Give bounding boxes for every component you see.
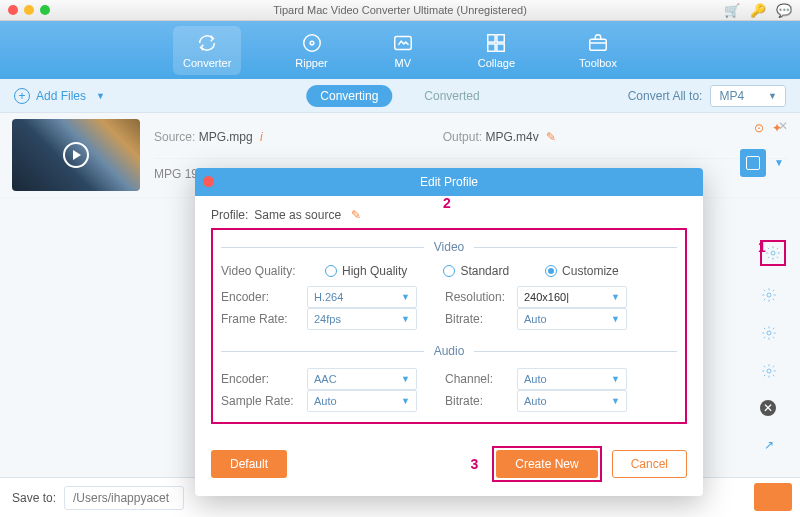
tab-converted[interactable]: Converted xyxy=(410,85,493,107)
callout-3-frame: Create New xyxy=(492,446,601,482)
nav-collage[interactable]: Collage xyxy=(468,26,525,75)
nav-toolbox[interactable]: Toolbox xyxy=(569,26,627,75)
channel-dropdown[interactable]: Auto▼ xyxy=(517,368,627,390)
feedback-icon[interactable]: 💬 xyxy=(776,3,792,18)
key-icon[interactable]: 🔑 xyxy=(750,3,766,18)
edit-icon[interactable]: ✎ xyxy=(351,208,361,222)
side-toolbar: ✕ ↗ xyxy=(760,240,786,454)
chevron-down-icon: ▼ xyxy=(401,374,410,384)
chevron-down-icon[interactable]: ▼ xyxy=(774,157,784,168)
chevron-down-icon: ▼ xyxy=(611,396,620,406)
convert-all-select: Convert All to: MP4 ▼ xyxy=(628,85,786,107)
chevron-down-icon: ▼ xyxy=(401,292,410,302)
remove-item-icon[interactable]: ✕ xyxy=(778,119,788,133)
nav-ripper[interactable]: Ripper xyxy=(285,26,337,75)
bitrate-label: Bitrate: xyxy=(445,312,517,326)
nav-label: Converter xyxy=(183,57,231,69)
add-files-button[interactable]: + Add Files ▼ xyxy=(14,88,105,104)
encoder-label: Encoder: xyxy=(221,290,307,304)
modal-footer: Default 3 Create New Cancel xyxy=(195,436,703,496)
svg-rect-7 xyxy=(590,39,607,50)
svg-rect-6 xyxy=(497,43,504,50)
save-to-label: Save to: xyxy=(12,491,56,505)
status-tabs: Converting Converted xyxy=(306,85,493,107)
tab-converting[interactable]: Converting xyxy=(306,85,392,107)
source-value: MPG.mpg xyxy=(199,130,253,144)
dd-value: Auto xyxy=(314,395,337,407)
nav-converter[interactable]: Converter xyxy=(173,26,241,75)
svg-rect-4 xyxy=(497,34,504,41)
minimize-window-icon[interactable] xyxy=(24,5,34,15)
main-nav: Converter Ripper MV Collage Toolbox xyxy=(0,21,800,79)
info-icon[interactable]: i xyxy=(260,130,263,144)
nav-label: Toolbox xyxy=(579,57,617,69)
convert-button[interactable] xyxy=(754,483,792,511)
radio-customize[interactable]: Customize xyxy=(545,264,619,278)
sample-rate-label: Sample Rate: xyxy=(221,394,307,408)
settings-icon[interactable] xyxy=(764,244,782,262)
svg-point-10 xyxy=(767,331,771,335)
save-path-field[interactable]: /Users/ihappyacet xyxy=(64,486,184,510)
cancel-button[interactable]: Cancel xyxy=(612,450,687,478)
dd-value: Auto xyxy=(524,395,547,407)
play-icon xyxy=(63,142,89,168)
titlebar: Tipard Mac Video Converter Ultimate (Unr… xyxy=(0,0,800,21)
nav-mv[interactable]: MV xyxy=(382,26,424,75)
external-link-icon[interactable]: ↗ xyxy=(760,436,778,454)
settings-icon[interactable] xyxy=(760,286,778,304)
video-encoder-dropdown[interactable]: H.264▼ xyxy=(307,286,417,308)
callout-3: 3 xyxy=(470,456,478,472)
audio-bitrate-dropdown[interactable]: Auto▼ xyxy=(517,390,627,412)
radio-label: High Quality xyxy=(342,264,407,278)
svg-point-1 xyxy=(310,41,314,45)
output-value: MPG.m4v xyxy=(485,130,538,144)
dd-value: Auto xyxy=(524,313,547,325)
nav-label: Collage xyxy=(478,57,515,69)
dd-value: AAC xyxy=(314,373,337,385)
dd-value: 240x160| xyxy=(524,291,569,303)
svg-point-0 xyxy=(303,34,320,51)
chevron-down-icon: ▼ xyxy=(611,314,620,324)
audio-encoder-label: Encoder: xyxy=(221,372,307,386)
settings-icon[interactable] xyxy=(760,362,778,380)
thumbnail[interactable] xyxy=(12,119,140,191)
channel-label: Channel: xyxy=(445,372,517,386)
source-label: Source: xyxy=(154,130,195,144)
converter-icon xyxy=(196,32,218,54)
radio-standard[interactable]: Standard xyxy=(443,264,509,278)
settings-icon[interactable] xyxy=(760,324,778,342)
output-format-dropdown[interactable]: MP4 ▼ xyxy=(710,85,786,107)
close-icon[interactable] xyxy=(203,176,214,187)
window-controls xyxy=(8,5,50,15)
edit-profile-modal: Edit Profile 2 Profile: Same as source ✎… xyxy=(195,168,703,496)
maximize-window-icon[interactable] xyxy=(40,5,50,15)
video-section-label: Video xyxy=(424,240,474,254)
compress-icon[interactable]: ⊙ xyxy=(754,121,764,135)
cart-icon[interactable]: 🛒 xyxy=(724,3,740,18)
close-icon[interactable]: ✕ xyxy=(760,400,776,416)
chevron-down-icon: ▼ xyxy=(611,292,620,302)
edit-icon[interactable]: ✎ xyxy=(546,130,556,144)
mv-icon xyxy=(392,32,414,54)
format-badge[interactable] xyxy=(740,149,766,177)
default-button[interactable]: Default xyxy=(211,450,287,478)
frame-rate-label: Frame Rate: xyxy=(221,312,307,326)
audio-section-label: Audio xyxy=(424,344,475,358)
svg-rect-3 xyxy=(488,34,495,41)
audio-encoder-dropdown[interactable]: AAC▼ xyxy=(307,368,417,390)
radio-label: Standard xyxy=(460,264,509,278)
dd-value: 24fps xyxy=(314,313,341,325)
resolution-dropdown[interactable]: 240x160|▼ xyxy=(517,286,627,308)
chevron-down-icon: ▼ xyxy=(401,396,410,406)
sample-rate-dropdown[interactable]: Auto▼ xyxy=(307,390,417,412)
chevron-down-icon: ▼ xyxy=(96,91,105,101)
frame-rate-dropdown[interactable]: 24fps▼ xyxy=(307,308,417,330)
radio-high-quality[interactable]: High Quality xyxy=(325,264,407,278)
close-window-icon[interactable] xyxy=(8,5,18,15)
nav-label: Ripper xyxy=(295,57,327,69)
create-new-button[interactable]: Create New xyxy=(496,450,597,478)
video-bitrate-dropdown[interactable]: Auto▼ xyxy=(517,308,627,330)
sub-bar: + Add Files ▼ Converting Converted Conve… xyxy=(0,79,800,113)
svg-point-11 xyxy=(767,369,771,373)
modal-header: Edit Profile xyxy=(195,168,703,196)
